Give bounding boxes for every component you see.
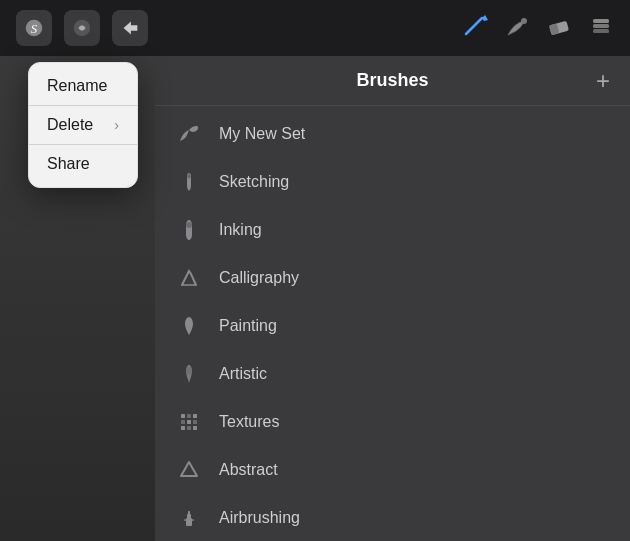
artistic-label: Artistic bbox=[219, 365, 267, 383]
svg-rect-22 bbox=[187, 426, 191, 430]
svg-rect-23 bbox=[193, 426, 197, 430]
calligraphy-label: Calligraphy bbox=[219, 269, 299, 287]
list-item[interactable]: Artistic bbox=[155, 350, 630, 398]
rename-label: Rename bbox=[47, 77, 107, 95]
toolbar: S bbox=[0, 0, 630, 56]
inking-icon bbox=[175, 216, 203, 244]
svg-rect-9 bbox=[593, 24, 609, 28]
svg-point-14 bbox=[186, 367, 192, 375]
svg-rect-20 bbox=[193, 420, 197, 424]
list-item[interactable]: Inking bbox=[155, 206, 630, 254]
svg-rect-28 bbox=[192, 519, 194, 521]
sketchbook-icon[interactable]: S bbox=[16, 10, 52, 46]
brushes-panel: Brushes + My New Set Sketching Inking bbox=[155, 56, 630, 541]
list-item[interactable]: Textures bbox=[155, 398, 630, 446]
svg-rect-15 bbox=[181, 414, 185, 418]
svg-rect-17 bbox=[193, 414, 197, 418]
arrow-icon[interactable] bbox=[112, 10, 148, 46]
textures-label: Textures bbox=[219, 413, 279, 431]
my-new-set-label: My New Set bbox=[219, 125, 305, 143]
add-brush-set-button[interactable]: + bbox=[596, 69, 610, 93]
list-item[interactable]: Painting bbox=[155, 302, 630, 350]
brush-tool-icon[interactable] bbox=[460, 12, 488, 44]
airbrushing-icon bbox=[175, 504, 203, 532]
svg-text:S: S bbox=[31, 22, 38, 36]
svg-line-3 bbox=[466, 18, 482, 34]
share-label: Share bbox=[47, 155, 90, 173]
calligraphy-icon bbox=[175, 264, 203, 292]
list-item[interactable]: My New Set bbox=[155, 110, 630, 158]
list-item[interactable]: Abstract bbox=[155, 446, 630, 494]
list-item[interactable]: Airbrushing bbox=[155, 494, 630, 541]
layers-tool-icon[interactable] bbox=[588, 13, 614, 43]
eraser-tool-icon[interactable] bbox=[546, 13, 572, 43]
svg-rect-26 bbox=[188, 511, 190, 515]
painting-icon bbox=[175, 312, 203, 340]
airbrushing-label: Airbrushing bbox=[219, 509, 300, 527]
svg-marker-4 bbox=[482, 15, 488, 21]
svg-point-11 bbox=[187, 174, 191, 179]
sketching-label: Sketching bbox=[219, 173, 289, 191]
sketching-icon bbox=[175, 168, 203, 196]
brush-list: My New Set Sketching Inking Calligraphy bbox=[155, 106, 630, 541]
painting-label: Painting bbox=[219, 317, 277, 335]
delete-button[interactable]: Delete › bbox=[29, 106, 137, 145]
share-button[interactable]: Share bbox=[29, 145, 137, 183]
abstract-label: Abstract bbox=[219, 461, 278, 479]
artistic-icon bbox=[175, 360, 203, 388]
svg-rect-24 bbox=[186, 518, 192, 526]
svg-point-12 bbox=[186, 222, 192, 228]
svg-rect-18 bbox=[181, 420, 185, 424]
delete-label: Delete bbox=[47, 116, 93, 134]
brushes-header: Brushes + bbox=[155, 56, 630, 106]
inking-label: Inking bbox=[219, 221, 262, 239]
rename-button[interactable]: Rename bbox=[29, 67, 137, 106]
toolbar-right bbox=[460, 12, 614, 44]
textures-icon bbox=[175, 408, 203, 436]
svg-point-5 bbox=[521, 18, 527, 24]
my-new-set-icon bbox=[175, 120, 203, 148]
svg-rect-27 bbox=[184, 519, 186, 521]
abstract-icon bbox=[175, 456, 203, 484]
list-item[interactable]: Calligraphy bbox=[155, 254, 630, 302]
svg-rect-21 bbox=[181, 426, 185, 430]
svg-rect-8 bbox=[593, 19, 609, 23]
svg-rect-19 bbox=[187, 420, 191, 424]
svg-rect-10 bbox=[593, 29, 609, 33]
svg-rect-16 bbox=[187, 414, 191, 418]
smudge-tool-icon[interactable] bbox=[504, 13, 530, 43]
procreate-icon[interactable] bbox=[64, 10, 100, 46]
toolbar-left: S bbox=[16, 10, 148, 46]
list-item[interactable]: Sketching bbox=[155, 158, 630, 206]
context-menu: Rename Delete › Share bbox=[28, 62, 138, 188]
brushes-title: Brushes bbox=[356, 70, 428, 91]
delete-arrow: › bbox=[114, 117, 119, 133]
